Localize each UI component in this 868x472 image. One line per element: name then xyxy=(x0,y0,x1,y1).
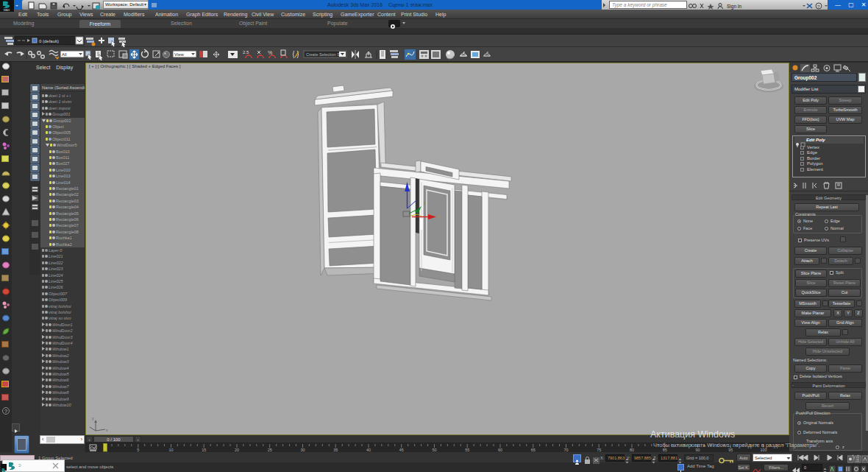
svg-text:Sign In: Sign In xyxy=(727,4,742,10)
svg-text:20: 20 xyxy=(235,448,239,452)
svg-text:35: 35 xyxy=(333,448,338,452)
svg-text:?: ? xyxy=(817,4,820,9)
svg-text:70: 70 xyxy=(563,448,568,452)
svg-text:65: 65 xyxy=(531,448,536,452)
svg-text:%: % xyxy=(268,50,272,55)
svg-text:x: x xyxy=(106,428,108,432)
svg-text:0 (default): 0 (default) xyxy=(39,39,59,43)
svg-text:?: ? xyxy=(4,409,7,414)
svg-text:15: 15 xyxy=(202,448,206,452)
svg-text:25: 25 xyxy=(268,448,272,452)
svg-text:10: 10 xyxy=(168,448,173,452)
svg-text:75: 75 xyxy=(597,448,601,452)
svg-text:40: 40 xyxy=(366,448,371,452)
svg-text:55: 55 xyxy=(465,448,469,452)
svg-text:45: 45 xyxy=(399,448,404,452)
svg-text:MAX: MAX xyxy=(4,8,10,12)
svg-text:View: View xyxy=(174,52,185,57)
svg-text:5: 5 xyxy=(137,448,139,452)
svg-text:80: 80 xyxy=(630,448,634,452)
svg-text:30: 30 xyxy=(300,448,305,452)
svg-text:Create Selection S: Create Selection S xyxy=(306,52,340,57)
svg-text:60: 60 xyxy=(498,448,502,452)
svg-text:2.5: 2.5 xyxy=(243,50,249,54)
svg-text:y: y xyxy=(92,416,94,420)
svg-text:All: All xyxy=(62,52,67,57)
svg-text:50: 50 xyxy=(432,448,436,452)
